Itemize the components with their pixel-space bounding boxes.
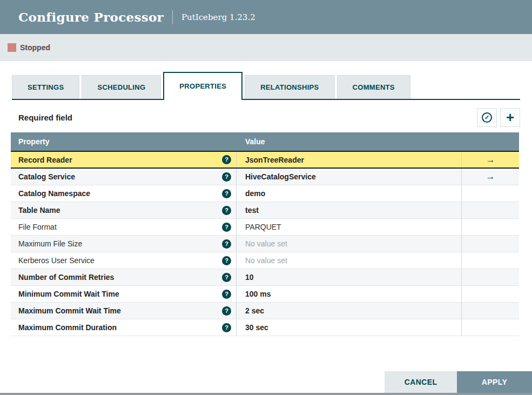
help-icon[interactable]: ? [222,155,231,164]
tab-comments[interactable]: COMMENTS [337,75,410,99]
arrow-cell [461,319,519,336]
arrow-cell [461,236,519,252]
table-row[interactable]: Maximum Commit Duration ? 30 sec [11,319,519,336]
help-icon[interactable]: ? [222,306,231,316]
configure-processor-dialog: Configure Processor PutIceberg 1.23.2 St… [0,0,532,395]
dialog-title: Configure Processor [18,10,164,24]
property-name: Minimum Commit Wait Time [18,290,119,298]
value-cell[interactable]: 10 [237,269,461,285]
help-icon[interactable]: ? [222,239,231,249]
table-row[interactable]: Kerberos User Service ? No value set [11,252,519,269]
property-column-header: Property [11,137,237,146]
property-name: Number of Commit Retries [18,273,114,282]
help-icon[interactable]: ? [222,290,231,299]
property-cell: Maximum Commit Wait Time ? [11,303,237,319]
properties-table: Property Value Record Reader ? JsonTreeR… [11,132,519,336]
processor-name-version: PutIceberg 1.23.2 [181,12,255,22]
property-name: Maximum Commit Duration [18,323,117,332]
value-cell[interactable]: No value set [237,252,461,269]
table-row[interactable]: Maximum File Size ? No value set [11,236,519,252]
table-row[interactable]: Number of Commit Retries ? 10 [11,269,519,286]
tab-settings[interactable]: SETTINGS [12,75,79,99]
status-bar: Stopped [0,34,532,61]
footer-buttons: CANCEL APPLY [385,371,532,393]
help-icon[interactable]: ? [222,206,231,215]
property-cell: Catalog Service ? [11,169,237,185]
dialog-header: Configure Processor PutIceberg 1.23.2 [0,0,532,34]
check-circle-icon: ✓ [482,112,492,123]
arrow-cell: → [461,169,519,185]
property-name: Maximum File Size [18,239,82,248]
value-cell[interactable]: 100 ms [237,286,461,302]
property-cell: Maximum File Size ? [11,236,237,252]
arrow-cell [461,303,519,319]
table-row[interactable]: Maximum Commit Wait Time ? 2 sec [11,303,519,319]
table-body: Record Reader ? JsonTreeReader → Catalog… [11,151,519,336]
value-cell[interactable]: test [237,202,461,218]
value-cell[interactable]: demo [237,185,461,202]
property-name: Table Name [18,206,60,215]
property-name: Catalog Namespace [18,189,90,198]
value-cell[interactable]: 30 sec [237,319,461,336]
property-name: Kerberos User Service [18,256,95,265]
arrow-cell [461,269,519,285]
tab-label: SCHEDULING [97,83,145,91]
tab-properties[interactable]: PROPERTIES [163,72,243,100]
table-row[interactable]: Catalog Service ? HiveCatalogService → [11,169,519,185]
verify-properties-button[interactable]: ✓ [477,108,497,127]
table-row[interactable]: File Format ? PARQUET [11,219,519,236]
arrow-cell [461,202,519,218]
arrow-cell [461,286,519,302]
go-to-service-icon[interactable]: → [486,171,495,182]
tab-relationships[interactable]: RELATIONSHIPS [245,75,334,99]
title-separator [172,10,173,24]
value-column-header: Value [237,137,462,146]
arrow-cell [461,252,519,269]
table-row[interactable]: Catalog Namespace ? demo [11,185,519,202]
property-name: Maximum Commit Wait Time [18,306,121,315]
help-icon[interactable]: ? [222,189,231,198]
help-icon[interactable]: ? [222,323,231,332]
tab-scheduling[interactable]: SCHEDULING [82,75,161,99]
property-name: Catalog Service [18,172,75,181]
table-header-row: Property Value [11,132,519,151]
property-cell: Record Reader ? [11,152,237,168]
tab-bar: SETTINGS SCHEDULING PROPERTIES RELATIONS… [12,72,520,100]
property-name: File Format [18,223,57,231]
plus-icon: + [506,111,514,123]
tab-label: RELATIONSHIPS [260,83,319,91]
property-cell: Kerberos User Service ? [11,252,237,269]
help-icon[interactable]: ? [222,223,231,232]
required-field-label: Required field [11,113,72,122]
value-cell[interactable]: No value set [237,236,461,252]
help-icon[interactable]: ? [222,273,231,282]
stopped-icon [8,43,16,52]
table-row[interactable]: Minimum Commit Wait Time ? 100 ms [11,286,519,303]
apply-button[interactable]: APPLY [457,371,532,393]
value-cell[interactable]: JsonTreeReader [237,152,461,168]
property-name: Record Reader [18,156,72,164]
arrow-cell: → [461,152,519,168]
help-icon[interactable]: ? [222,172,231,182]
value-cell[interactable]: HiveCatalogService [237,169,461,185]
add-property-button[interactable]: + [500,108,520,127]
status-label: Stopped [20,43,50,52]
property-cell: Maximum Commit Duration ? [11,319,237,336]
toolbar-buttons: ✓ + [474,108,520,127]
help-icon[interactable]: ? [222,256,231,265]
property-cell: Number of Commit Retries ? [11,269,237,285]
property-cell: Table Name ? [11,202,237,218]
cancel-button[interactable]: CANCEL [385,371,457,393]
table-row[interactable]: Record Reader ? JsonTreeReader → [11,151,519,169]
table-row[interactable]: Table Name ? test [11,202,519,219]
property-cell: File Format ? [11,219,237,235]
property-cell: Minimum Commit Wait Time ? [11,286,237,302]
properties-tab-content: Required field ✓ + Property Value Record… [0,108,532,336]
dialog-bottom-edge [0,393,532,395]
tab-label: SETTINGS [28,83,64,91]
tab-label: COMMENTS [353,83,395,91]
value-cell[interactable]: 2 sec [237,303,461,319]
property-cell: Catalog Namespace ? [11,185,237,202]
value-cell[interactable]: PARQUET [237,219,461,235]
go-to-service-icon[interactable]: → [486,155,495,165]
